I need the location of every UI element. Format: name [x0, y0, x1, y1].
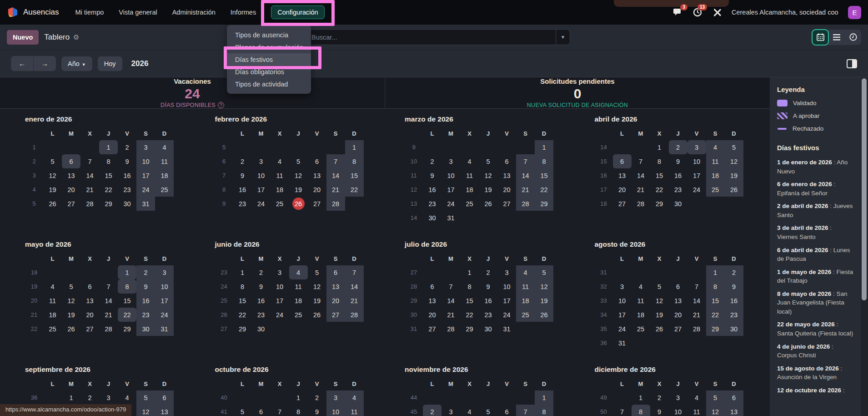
day-cell[interactable]: 31 [613, 336, 632, 350]
day-cell[interactable]: 22 [345, 183, 364, 197]
day-cell[interactable]: 9 [308, 405, 326, 416]
day-cell[interactable]: 21 [516, 183, 535, 197]
day-cell[interactable]: 5 [136, 391, 155, 405]
settings-tools-icon[interactable] [712, 7, 722, 17]
day-cell[interactable]: 5 [725, 140, 743, 154]
day-cell[interactable]: 18 [289, 294, 308, 308]
day-cell[interactable]: 20 [423, 308, 442, 322]
day-cell[interactable]: 1 [632, 391, 650, 405]
day-cell[interactable]: 15 [233, 294, 252, 308]
day-cell[interactable]: 23 [136, 308, 155, 322]
day-cell[interactable]: 31 [442, 211, 460, 225]
day-cell[interactable]: 21 [442, 308, 460, 322]
day-cell[interactable]: 4 [43, 279, 62, 294]
menu-item-dias-obligatorios[interactable]: Días obligatorios [227, 66, 311, 78]
day-cell[interactable]: 3 [155, 265, 174, 279]
day-cell[interactable]: 29 [535, 197, 553, 211]
day-cell[interactable]: 19 [43, 183, 62, 197]
day-cell[interactable]: 16 [423, 183, 442, 197]
search-input[interactable] [305, 34, 556, 41]
day-cell[interactable]: 8 [99, 154, 118, 168]
day-cell[interactable]: 13 [613, 168, 632, 183]
app-brand[interactable]: Ausencias [7, 6, 59, 18]
scrollbar-thumb[interactable] [862, 78, 867, 300]
day-cell[interactable]: 7 [516, 405, 535, 416]
day-cell[interactable]: 1 [289, 391, 308, 405]
day-cell[interactable]: 17 [442, 183, 460, 197]
day-cell[interactable]: 27 [62, 197, 80, 211]
day-cell[interactable]: 19 [289, 183, 308, 197]
day-cell[interactable]: 16 [252, 294, 271, 308]
day-cell[interactable]: 10 [613, 294, 632, 308]
list-view-button[interactable] [828, 30, 845, 45]
day-cell[interactable]: 31 [155, 322, 174, 336]
day-cell[interactable]: 17 [271, 294, 289, 308]
breadcrumb[interactable]: Tablero ⚙ [44, 33, 79, 42]
day-cell[interactable]: 22 [706, 308, 725, 322]
day-cell[interactable]: 29 [460, 322, 479, 336]
day-cell[interactable]: 19 [62, 308, 80, 322]
day-cell[interactable]: 17 [155, 294, 174, 308]
day-cell[interactable]: 10 [669, 405, 687, 416]
day-cell[interactable]: 4 [118, 391, 136, 405]
day-cell[interactable]: 14 [442, 294, 460, 308]
day-cell[interactable]: 14 [326, 168, 345, 183]
gear-icon[interactable]: ⚙ [73, 33, 79, 41]
calendar-view-button[interactable] [812, 30, 828, 45]
day-cell[interactable]: 15 [460, 294, 479, 308]
day-cell[interactable]: 22 [650, 183, 669, 197]
day-cell[interactable]: 20 [308, 183, 326, 197]
day-cell[interactable]: 19 [479, 183, 497, 197]
day-cell[interactable]: 29 [99, 197, 118, 211]
day-cell[interactable]: 13 [326, 279, 345, 294]
day-cell[interactable]: 12 [136, 405, 155, 416]
menu-item-tipos-de-actividad[interactable]: Tipos de actividad [227, 78, 311, 90]
day-cell[interactable]: 3 [136, 140, 155, 154]
day-cell[interactable]: 29 [650, 197, 669, 211]
day-cell[interactable]: 21 [80, 183, 99, 197]
day-cell[interactable]: 5 [62, 279, 80, 294]
day-cell[interactable]: 6 [497, 405, 516, 416]
day-cell[interactable]: 9 [233, 168, 252, 183]
day-cell[interactable]: 25 [632, 322, 650, 336]
day-cell[interactable]: 10 [271, 279, 289, 294]
day-cell[interactable]: 27 [497, 197, 516, 211]
day-cell[interactable]: 17 [136, 168, 155, 183]
day-cell[interactable]: 23 [725, 308, 743, 322]
day-cell[interactable]: 12 [308, 279, 326, 294]
day-cell[interactable]: 2 [252, 265, 271, 279]
day-cell[interactable]: 4 [460, 405, 479, 416]
day-cell[interactable]: 4 [687, 391, 706, 405]
day-cell[interactable]: 19 [535, 294, 553, 308]
day-cell[interactable]: 2 [308, 391, 326, 405]
day-cell[interactable]: 3 [99, 391, 118, 405]
day-cell[interactable]: 30 [479, 322, 497, 336]
day-cell[interactable]: 11 [460, 168, 479, 183]
day-cell[interactable]: 17 [497, 294, 516, 308]
day-cell[interactable]: 3 [326, 391, 345, 405]
day-cell[interactable]: 31 [136, 197, 155, 211]
day-cell[interactable]: 16 [136, 294, 155, 308]
day-cell[interactable]: 7 [80, 154, 99, 168]
day-cell[interactable]: 10 [155, 279, 174, 294]
day-cell[interactable]: 15 [706, 294, 725, 308]
day-cell[interactable]: 20 [497, 183, 516, 197]
day-cell[interactable]: 19 [308, 294, 326, 308]
day-cell[interactable]: 24 [497, 308, 516, 322]
day-cell[interactable]: 4 [345, 391, 364, 405]
day-cell[interactable]: 23 [252, 308, 271, 322]
day-cell[interactable]: 5 [479, 154, 497, 168]
day-cell[interactable]: 26 [289, 197, 308, 211]
day-cell[interactable]: 21 [345, 294, 364, 308]
day-cell[interactable]: 15 [345, 168, 364, 183]
day-cell[interactable]: 8 [233, 279, 252, 294]
day-cell[interactable]: 21 [687, 308, 706, 322]
day-cell[interactable]: 16 [233, 183, 252, 197]
day-cell[interactable]: 29 [706, 322, 725, 336]
day-cell[interactable]: 13 [62, 168, 80, 183]
day-cell[interactable]: 11 [345, 405, 364, 416]
day-cell[interactable]: 29 [233, 322, 252, 336]
day-cell[interactable]: 15 [118, 294, 136, 308]
day-cell[interactable]: 4 [271, 154, 289, 168]
day-cell[interactable]: 7 [99, 279, 118, 294]
